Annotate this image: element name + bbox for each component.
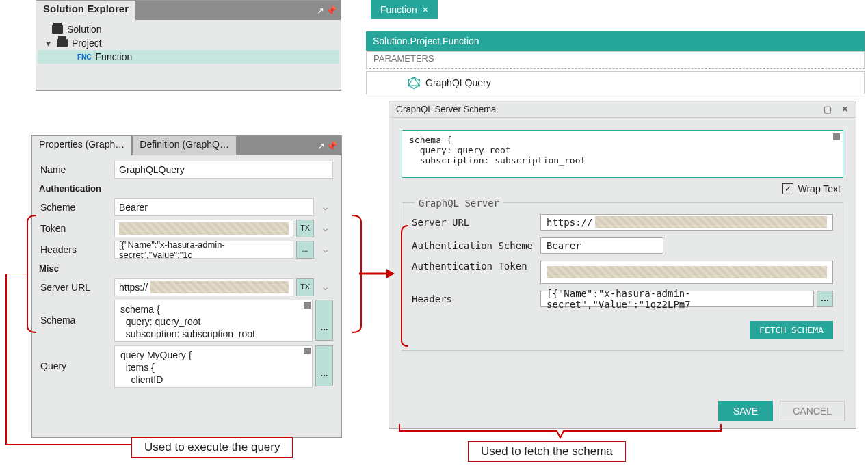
project-icon — [57, 39, 68, 47]
graphql-schema-dialog: GraphQL Server Schema ▢ ✕ schema { query… — [389, 101, 856, 429]
row-headers: Headers [{"Name":"x-hasura-admin-secret"… — [412, 291, 833, 307]
tree-node-solution[interactable]: Solution — [38, 23, 339, 36]
function-tab[interactable]: Function × — [371, 0, 438, 19]
tree-label: Project — [72, 38, 102, 49]
panel-undock-icon[interactable]: ↗ — [317, 5, 324, 16]
name-input[interactable]: GraphQLQuery — [114, 161, 333, 179]
row-auth-token: Authentication Token — [412, 261, 833, 284]
redacted-url — [595, 216, 827, 228]
graphql-server-fieldset: GraphQL Server Server URL https:// Authe… — [402, 202, 843, 351]
prop-label-name: Name — [40, 164, 111, 175]
prop-row-headers: Headers [{"Name":"x-hasura-admin-secret"… — [38, 239, 336, 260]
prop-row-token: Token TX ⌵ — [38, 218, 336, 239]
breadcrumb-text: Solution.Project.Function — [373, 36, 479, 47]
prop-label-headers: Headers — [40, 244, 111, 255]
token-input[interactable] — [114, 220, 293, 237]
solution-tree: Solution ▾ Project FNC Function — [36, 20, 341, 66]
graphql-icon — [408, 77, 420, 89]
close-icon[interactable]: ✕ — [841, 104, 849, 114]
fetch-schema-button[interactable]: FETCH SCHEMA — [750, 321, 833, 339]
tree-label: Solution — [67, 24, 102, 35]
scroll-indicator — [304, 348, 311, 354]
label-headers: Headers — [412, 293, 538, 304]
graphql-object-row[interactable]: GraphQLQuery — [366, 71, 865, 94]
label-server-url: Server URL — [412, 217, 538, 228]
dropdown-icon[interactable]: ⌵ — [317, 202, 333, 212]
prop-row-name: Name GraphQLQuery — [38, 159, 336, 180]
label-auth-scheme: Authentication Scheme — [412, 240, 538, 251]
prop-label-token: Token — [40, 223, 111, 234]
ellipsis-button[interactable]: ... — [315, 300, 333, 341]
wrap-text-checkbox[interactable]: ✓ — [782, 183, 793, 194]
ellipsis-button[interactable]: ... — [315, 345, 333, 386]
parameters-header[interactable]: PARAMETERS — [366, 51, 865, 69]
dialog-titlebar: GraphQL Server Schema ▢ ✕ — [389, 101, 856, 118]
server-url-value: https:// — [547, 217, 592, 228]
ellipsis-button[interactable]: ... — [296, 241, 314, 259]
row-server-url: Server URL https:// — [412, 214, 833, 231]
function-tab-label: Function — [380, 4, 417, 15]
schema-input[interactable]: schema { query: query_root subscription:… — [114, 300, 313, 342]
function-type-badge: FNC — [77, 53, 92, 61]
headers-input[interactable]: [{"Name":"x-hasura-admin-secret","Value"… — [540, 291, 814, 307]
properties-tabs: Properties (Graph… Definition (GraphQ… ↗… — [32, 136, 341, 155]
solution-explorer-header: Solution Explorer ↗ 📌 — [36, 1, 341, 20]
wrap-text-row: ✓ Wrap Text — [402, 178, 843, 200]
scroll-indicator — [833, 133, 840, 140]
auth-token-input[interactable] — [540, 261, 833, 284]
solution-icon — [52, 25, 63, 34]
svg-marker-1 — [408, 77, 419, 86]
row-auth-scheme: Authentication Scheme Bearer — [412, 237, 833, 254]
annotation-caption-left: Used to execute the query — [131, 437, 293, 458]
solution-explorer-panel: Solution Explorer ↗ 📌 Solution ▾ Project… — [36, 0, 341, 91]
tree-node-project[interactable]: ▾ Project — [38, 36, 339, 50]
auth-scheme-input[interactable]: Bearer — [540, 237, 663, 254]
wrap-text-label: Wrap Text — [798, 183, 841, 194]
scheme-input[interactable]: Bearer — [114, 198, 314, 216]
headers-input[interactable]: [{"Name":"x-hasura-admin-secret","Value"… — [114, 241, 293, 259]
svg-marker-9 — [386, 269, 395, 278]
dropdown-icon[interactable]: ⌵ — [317, 283, 333, 292]
panel-pin-icon[interactable]: 📌 — [326, 5, 337, 16]
query-input[interactable]: query MyQuery { items { clientID — [114, 345, 313, 388]
fieldset-legend: GraphQL Server — [415, 198, 503, 209]
serverurl-input[interactable]: https:// — [114, 278, 293, 296]
dropdown-icon[interactable]: ⌵ — [317, 224, 333, 233]
server-url-input[interactable]: https:// — [540, 214, 833, 231]
tx-button[interactable]: TX — [296, 220, 314, 237]
annotation-bracket-right — [400, 224, 411, 348]
scroll-indicator — [304, 302, 311, 309]
parameters-label: PARAMETERS — [373, 53, 434, 64]
label-auth-token: Authentication Token — [412, 261, 538, 272]
redacted-url — [150, 281, 289, 293]
redacted-token — [547, 266, 827, 278]
solution-explorer-title: Solution Explorer — [36, 1, 135, 20]
prop-row-scheme: Scheme Bearer ⌵ — [38, 197, 336, 218]
dialog-title: GraphQL Server Schema — [396, 104, 496, 114]
chevron-down-icon[interactable]: ▾ — [46, 38, 53, 49]
panel-pin-icon[interactable]: 📌 — [326, 141, 337, 151]
save-button[interactable]: SAVE — [718, 401, 773, 421]
schema-textarea[interactable]: schema { query: query_root subscription:… — [402, 130, 843, 178]
tab-definition[interactable]: Definition (GraphQ… — [133, 136, 236, 155]
tree-node-function[interactable]: FNC Function — [38, 50, 339, 64]
tab-properties[interactable]: Properties (Graph… — [32, 136, 131, 155]
panel-undock-icon[interactable]: ↗ — [317, 141, 325, 151]
dropdown-icon[interactable]: ⌵ — [317, 245, 333, 254]
annotation-caption-right: Used to fetch the schema — [468, 441, 626, 462]
ellipsis-button[interactable]: … — [817, 291, 833, 307]
maximize-icon[interactable]: ▢ — [824, 104, 832, 114]
cancel-button[interactable]: CANCEL — [780, 401, 845, 421]
prop-label-scheme: Scheme — [40, 202, 111, 213]
tx-button[interactable]: TX — [296, 278, 314, 296]
graphql-object-label: GraphQLQuery — [425, 77, 491, 88]
tree-label: Function — [96, 51, 133, 62]
redacted-token — [119, 222, 289, 235]
annotation-arrow — [359, 267, 395, 280]
close-icon[interactable]: × — [423, 4, 428, 15]
annotation-line-left — [3, 274, 140, 451]
function-breadcrumb: Solution.Project.Function — [366, 31, 865, 51]
section-authentication: Authentication — [38, 181, 336, 196]
